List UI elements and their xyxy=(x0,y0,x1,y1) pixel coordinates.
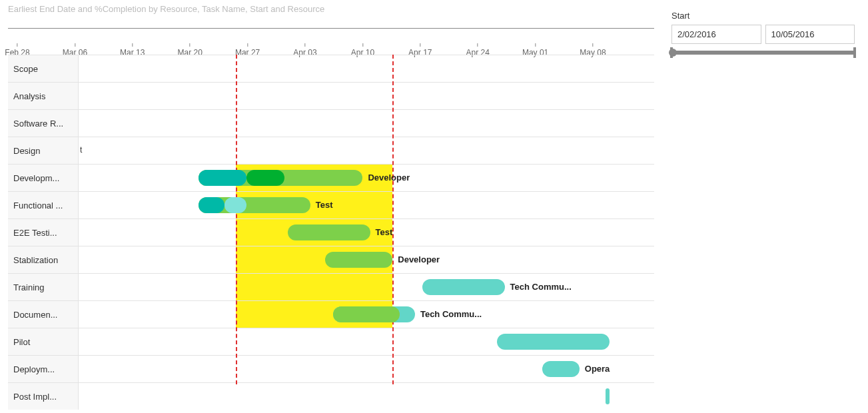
plot-area: ScopeAnalysisSoftware R...DesigntDevelop… xyxy=(8,55,654,410)
bar-resource-label: Tech Commu... xyxy=(510,282,572,292)
bar-resource-label: Test xyxy=(376,227,393,237)
row-label: Analysis xyxy=(8,83,79,109)
gantt-bar[interactable] xyxy=(246,170,284,186)
row-label: Stablization xyxy=(8,246,79,273)
row-label: Post Impl... xyxy=(8,383,79,410)
truncated-bar-label: t xyxy=(80,145,82,155)
row-label: Training xyxy=(8,274,79,300)
gantt-bar[interactable] xyxy=(422,279,504,295)
gantt-bar[interactable] xyxy=(199,197,224,213)
slider-handle[interactable] xyxy=(669,49,677,57)
gantt-bar[interactable] xyxy=(497,334,609,350)
row-label: Software R... xyxy=(8,110,79,137)
bar-zone xyxy=(79,383,654,410)
bar-zone xyxy=(79,55,654,82)
gantt-chart: Earliest End Date and %Completion by Res… xyxy=(8,4,654,38)
row-label: Design xyxy=(8,137,79,164)
bar-resource-label: Tech Commu... xyxy=(420,309,482,319)
gantt-row: E2E Testi...Test xyxy=(8,218,654,246)
bar-zone: t xyxy=(79,137,654,164)
gantt-bar[interactable] xyxy=(542,361,580,377)
milestone-line xyxy=(392,55,394,384)
bar-zone: Test xyxy=(79,219,654,246)
gantt-bar[interactable] xyxy=(224,197,247,213)
slicer-to-input[interactable]: 10/05/2016 xyxy=(765,25,855,44)
bar-resource-label: Test xyxy=(316,200,333,210)
x-axis-line xyxy=(8,28,654,29)
gantt-row: Functional ...Test xyxy=(8,191,654,218)
gantt-row: Scope xyxy=(8,55,654,82)
bar-zone: Developer xyxy=(79,165,654,191)
bar-zone: Opera xyxy=(79,356,654,382)
slider-endcap-right xyxy=(853,47,856,58)
bar-zone: Tech Commu... xyxy=(79,274,654,300)
row-label: Developm... xyxy=(8,165,79,191)
gantt-bar[interactable] xyxy=(199,170,247,186)
gantt-row: Post Impl... xyxy=(8,382,654,410)
bar-resource-label: Developer xyxy=(368,173,410,183)
bar-zone: Tech Commu... xyxy=(79,301,654,328)
date-slicer: Start 2/02/2016 10/05/2016 xyxy=(671,11,855,55)
gantt-row: Analysis xyxy=(8,82,654,109)
gantt-row: Documen...Tech Commu... xyxy=(8,300,654,328)
row-label: Pilot xyxy=(8,328,79,355)
row-label: Scope xyxy=(8,55,79,82)
bar-zone xyxy=(79,110,654,137)
gantt-bar[interactable] xyxy=(325,252,392,268)
slicer-slider[interactable] xyxy=(671,51,855,55)
row-label: Functional ... xyxy=(8,192,79,218)
bar-zone: Developer xyxy=(79,246,654,273)
slicer-title: Start xyxy=(671,11,855,21)
row-label: Documen... xyxy=(8,301,79,328)
bar-zone xyxy=(79,328,654,355)
slicer-from-input[interactable]: 2/02/2016 xyxy=(671,25,761,44)
gantt-row: Developm...Developer xyxy=(8,164,654,191)
bar-resource-label: Developer xyxy=(398,254,440,264)
gantt-bar[interactable] xyxy=(288,224,370,240)
gantt-row: Deploym...Opera xyxy=(8,355,654,382)
slicer-inputs: 2/02/2016 10/05/2016 xyxy=(671,25,855,44)
chart-title: Earliest End Date and %Completion by Res… xyxy=(8,4,654,14)
bar-zone xyxy=(79,83,654,109)
row-label: E2E Testi... xyxy=(8,219,79,246)
milestone-line xyxy=(236,55,237,384)
gantt-bar[interactable] xyxy=(606,388,610,404)
gantt-row: Software R... xyxy=(8,109,654,137)
row-label: Deploym... xyxy=(8,356,79,382)
gantt-bar[interactable] xyxy=(333,306,400,322)
bar-zone: Test xyxy=(79,192,654,218)
gantt-row: TrainingTech Commu... xyxy=(8,273,654,300)
gantt-row: StablizationDeveloper xyxy=(8,246,654,273)
gantt-row: Designt xyxy=(8,137,654,164)
bar-resource-label: Opera xyxy=(585,364,610,374)
gantt-row: Pilot xyxy=(8,328,654,355)
